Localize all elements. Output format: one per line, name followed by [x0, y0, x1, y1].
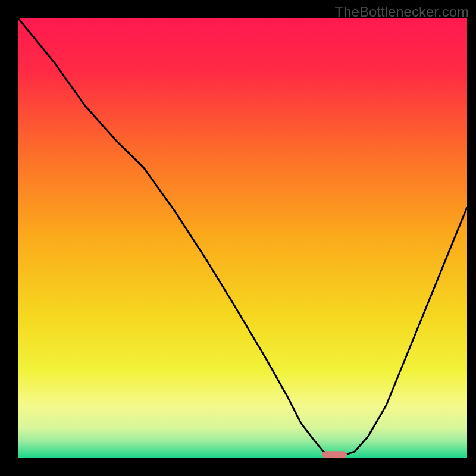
chart-svg — [0, 0, 476, 476]
optimal-marker — [322, 451, 347, 458]
plot-background — [18, 18, 467, 458]
chart-container — [0, 0, 476, 476]
watermark: TheBottlenecker.com — [335, 4, 469, 20]
